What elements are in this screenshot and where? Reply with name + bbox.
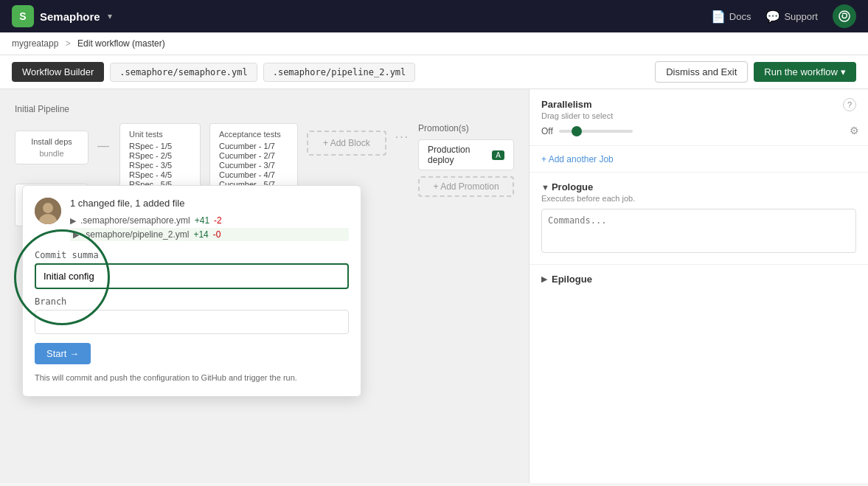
add-job-link[interactable]: + Add another Job	[541, 154, 614, 164]
expand-icon[interactable]: ▶	[70, 216, 76, 226]
cucumber-1: Cucumber - 1/7	[219, 142, 288, 150]
connector-2: ···	[395, 123, 409, 144]
add-promotion-button[interactable]: + Add Promotion	[418, 176, 514, 197]
add-block-button[interactable]: + Add Block	[307, 131, 386, 156]
prologue-section: ▼ Prologue Executes before each job.	[530, 173, 868, 265]
commands-textarea[interactable]	[541, 209, 856, 253]
breadcrumb-separator: >	[66, 38, 71, 49]
rspec-2: RSpec - 2/5	[129, 151, 191, 160]
topnav-right: 📄 Docs 💬 Support	[711, 4, 856, 28]
commit-info: 1 changed file, 1 added file ▶ .semaphor…	[70, 198, 349, 241]
file1-tab[interactable]: .semaphore/semaphore.yml	[110, 63, 257, 82]
epilogue-section: ▶ Epilogue	[530, 265, 868, 294]
epilogue-label: Epilogue	[552, 274, 592, 285]
off-label: Off	[541, 126, 553, 136]
support-link[interactable]: 💬 Support	[765, 10, 818, 24]
commit-summary-label: Commit summa	[35, 250, 349, 260]
parallelism-slider[interactable]	[559, 130, 633, 133]
dismiss-exit-button[interactable]: Dismiss and Exit	[655, 61, 748, 83]
branch-label: Branch	[35, 296, 349, 307]
prologue-triangle: ▼	[541, 183, 552, 192]
commit-popup: 1 changed file, 1 added file ▶ .semaphor…	[22, 185, 361, 397]
user-avatar	[35, 198, 61, 224]
rspec-4: RSpec - 4/5	[129, 170, 191, 179]
gear-icon[interactable]: ⚙	[850, 125, 859, 136]
semaphore-logo-icon[interactable]	[833, 4, 856, 28]
docs-link[interactable]: 📄 Docs	[711, 10, 751, 24]
epilogue-triangle-icon: ▶	[541, 274, 547, 284]
changed-files-summary: 1 changed file, 1 added file	[70, 198, 349, 209]
svg-point-1	[43, 203, 53, 213]
commit-summary-input[interactable]	[35, 263, 349, 289]
cucumber-4: Cucumber - 4/7	[219, 170, 288, 179]
auto-badge: A	[492, 150, 504, 160]
slider-row: Off	[541, 126, 856, 136]
parallelism-section: Parallelism ? Drag slider to select Off …	[530, 89, 868, 146]
parallelism-label: Parallelism	[541, 99, 592, 110]
connector-1: —	[97, 123, 111, 153]
run-caret-icon: ▾	[841, 66, 846, 77]
top-navigation: S Semaphore ▾ 📄 Docs 💬 Support	[0, 0, 868, 32]
cucumber-3: Cucumber - 3/7	[219, 161, 288, 170]
app-name: Semaphore	[40, 10, 100, 23]
changed-file-2: ▶ .semaphore/pipeline_2.yml +14 -0	[70, 228, 349, 241]
start-button[interactable]: Start →	[35, 343, 91, 364]
commit-note: This will commit and push the configurat…	[35, 372, 349, 384]
support-icon: 💬	[765, 10, 780, 24]
prologue-sub: Executes before each job.	[541, 194, 856, 203]
breadcrumb-current: Edit workflow (master)	[77, 38, 165, 49]
topnav-left: S Semaphore ▾	[12, 5, 112, 27]
cucumber-2: Cucumber - 2/7	[219, 151, 288, 160]
pipeline-canvas: Initial Pipeline Install deps bundle Sta…	[0, 89, 529, 483]
changed-file-1: ▶ .semaphore/semaphore.yml +41 -2	[70, 213, 349, 228]
toolbar: Workflow Builder .semaphore/semaphore.ym…	[0, 55, 868, 89]
promotions-column: Promotion(s) Production deploy A + Add P…	[418, 123, 514, 197]
commit-popup-header: 1 changed file, 1 added file ▶ .semaphor…	[35, 198, 349, 241]
production-deploy-block[interactable]: Production deploy A	[418, 139, 514, 170]
branch-input[interactable]	[35, 310, 349, 334]
slider-hint: Drag slider to select	[541, 111, 856, 120]
parallelism-row: Parallelism ?	[541, 98, 856, 111]
parallelism-help-icon[interactable]: ?	[843, 98, 856, 111]
workflow-builder-button[interactable]: Workflow Builder	[12, 62, 104, 82]
file2-tab[interactable]: .semaphore/pipeline_2.yml	[263, 63, 416, 82]
rspec-1: RSpec - 1/5	[129, 142, 191, 150]
main-layout: Initial Pipeline Install deps bundle Sta…	[0, 89, 868, 483]
docs-icon: 📄	[711, 10, 726, 24]
prologue-label: ▼ Prologue	[541, 181, 856, 192]
expand-icon-2[interactable]: ▶	[73, 230, 79, 240]
breadcrumb: mygreatapp > Edit workflow (master)	[0, 32, 868, 55]
breadcrumb-project[interactable]: mygreatapp	[12, 38, 58, 49]
commit-summary-wrapper: Commit summa	[35, 250, 349, 296]
app-caret-icon[interactable]: ▾	[108, 11, 112, 21]
app-logo[interactable]: S	[12, 5, 34, 27]
add-job-section: + Add another Job	[530, 146, 868, 173]
install-deps-block[interactable]: Install deps bundle	[15, 131, 88, 164]
run-workflow-button[interactable]: Run the workflow ▾	[754, 62, 856, 82]
rspec-3: RSpec - 3/5	[129, 161, 191, 170]
right-panel: Parallelism ? Drag slider to select Off …	[529, 89, 868, 483]
pipeline-label: Initial Pipeline	[15, 104, 514, 114]
